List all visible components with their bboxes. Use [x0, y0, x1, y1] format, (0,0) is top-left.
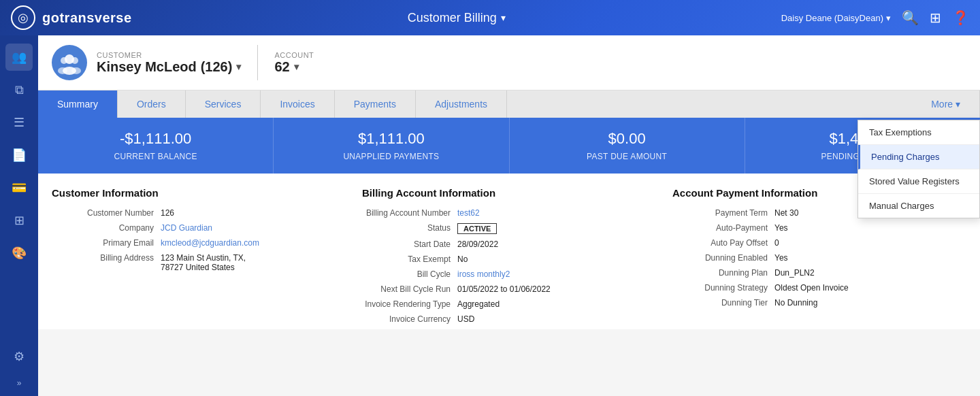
- sidebar-item-gear[interactable]: ⚙: [5, 343, 33, 370]
- info-val-status: ACTIVE: [457, 223, 640, 234]
- logo-icon: ◎: [11, 5, 35, 30]
- dropdown-item-manual-charges[interactable]: Manual Charges: [858, 194, 979, 218]
- sidebar-item-doc[interactable]: 📄: [5, 142, 33, 169]
- info-val-invoice-currency: USD: [457, 314, 640, 324]
- dropdown-item-stored-value-registers[interactable]: Stored Value Registers: [858, 169, 979, 194]
- info-val-bill-cycle[interactable]: iross monthly2: [457, 269, 640, 279]
- dropdown-item-pending-charges[interactable]: Pending Charges: [858, 145, 979, 169]
- tab-more[interactable]: More ▾: [912, 90, 980, 118]
- account-info: ACCOUNT 62 ▾: [274, 51, 314, 75]
- stat-unapplied-payments: $1,111.00 Unapplied Payments: [274, 118, 509, 174]
- tab-payments[interactable]: Payments: [335, 90, 416, 118]
- info-row-tax-exempt: Tax Exempt No: [362, 254, 640, 264]
- grid-icon[interactable]: ⊞: [930, 10, 941, 26]
- tabs-bar: Summary Orders Services Invoices Payment…: [38, 90, 980, 118]
- stat-past-due-label: Past Due Amount: [523, 152, 731, 161]
- status-badge: ACTIVE: [457, 223, 497, 234]
- info-row-auto-payment: Auto-Payment Yes: [672, 223, 950, 233]
- info-row-invoice-rendering: Invoice Rendering Type Aggregated: [362, 299, 640, 309]
- main-layout: 👥 ⧉ ☰ 📄 💳 ⊞ 🎨 ⚙ » CUSTOME: [0, 35, 980, 396]
- tab-invoices[interactable]: Invoices: [261, 90, 334, 118]
- info-val-next-bill-run: 01/05/2022 to 01/06/2022: [457, 284, 640, 294]
- info-val-invoice-rendering: Aggregated: [457, 299, 640, 309]
- account-label: ACCOUNT: [274, 51, 314, 59]
- tab-services[interactable]: Services: [186, 90, 261, 118]
- info-key-start-date: Start Date: [362, 240, 457, 249]
- info-val-dunning-strategy: Oldest Open Invoice: [774, 283, 950, 293]
- nav-left: ◎ gotransverse: [11, 5, 132, 30]
- sidebar-item-copy[interactable]: ⧉: [5, 76, 33, 103]
- info-val-dunning-enabled: Yes: [774, 253, 950, 263]
- info-key-billing-account: Billing Account Number: [362, 208, 457, 218]
- billing-account-section: Billing Account Information Billing Acco…: [346, 187, 656, 329]
- info-key-auto-payment: Auto-Payment: [672, 223, 774, 233]
- info-row-dunning-strategy: Dunning Strategy Oldest Open Invoice: [672, 283, 950, 293]
- info-row-customer-number: Customer Number 126: [52, 208, 329, 218]
- customer-information-section: Customer Information Customer Number 126…: [52, 187, 346, 329]
- info-val-billing-account[interactable]: test62: [457, 208, 640, 218]
- more-dropdown-menu: Tax Exemptions Pending Charges Stored Va…: [858, 120, 980, 218]
- info-row-dunning-plan: Dunning Plan Dun_PLN2: [672, 268, 950, 278]
- info-val-auto-payment: Yes: [774, 223, 950, 233]
- customer-label: CUSTOMER: [97, 51, 241, 59]
- stat-current-balance-value: -$1,111.00: [52, 130, 259, 148]
- account-dropdown-arrow[interactable]: ▾: [294, 61, 299, 72]
- info-key-invoice-rendering: Invoice Rendering Type: [362, 299, 457, 309]
- tab-orders[interactable]: Orders: [118, 90, 186, 118]
- sidebar-item-list[interactable]: ☰: [5, 109, 33, 136]
- info-key-tax-exempt: Tax Exempt: [362, 254, 457, 264]
- dropdown-item-tax-exemptions[interactable]: Tax Exemptions: [858, 120, 979, 145]
- sidebar-item-card[interactable]: 💳: [5, 174, 33, 201]
- info-key-status: Status: [362, 223, 457, 234]
- info-val-auto-pay-offset: 0: [774, 238, 950, 248]
- info-row-invoice-currency: Invoice Currency USD: [362, 314, 640, 324]
- user-menu[interactable]: Daisy Deane (DaisyDean) ▾: [781, 13, 891, 23]
- info-row-dunning-enabled: Dunning Enabled Yes: [672, 253, 950, 263]
- nav-right: Daisy Deane (DaisyDean) ▾ 🔍 ⊞ ❓: [781, 10, 969, 26]
- stat-unapplied-payments-label: Unapplied Payments: [287, 152, 495, 161]
- customer-dropdown-arrow[interactable]: ▾: [236, 61, 241, 72]
- stat-past-due-value: $0.00: [523, 130, 731, 148]
- sidebar-expand-button[interactable]: »: [17, 378, 22, 388]
- info-row-billing-account: Billing Account Number test62: [362, 208, 640, 218]
- tab-summary[interactable]: Summary: [38, 90, 118, 118]
- info-sections: Customer Information Customer Number 126…: [38, 174, 980, 329]
- info-row-company: Company JCD Guardian: [52, 223, 329, 233]
- info-val-tax-exempt: No: [457, 254, 640, 264]
- info-val-customer-number: 126: [161, 208, 329, 218]
- svg-point-2: [71, 57, 78, 64]
- customer-header: CUSTOMER Kinsey McLeod (126) ▾ ACCOUNT 6…: [38, 35, 980, 90]
- top-nav: ◎ gotransverse Customer Billing ▾ Daisy …: [0, 0, 980, 35]
- tab-container: Summary Orders Services Invoices Payment…: [38, 90, 980, 118]
- main-content: CUSTOMER Kinsey McLeod (126) ▾ ACCOUNT 6…: [38, 35, 980, 396]
- info-key-bill-cycle: Bill Cycle: [362, 269, 457, 279]
- info-val-dunning-plan: Dun_PLN2: [774, 268, 950, 278]
- info-key-dunning-plan: Dunning Plan: [672, 268, 774, 278]
- info-val-company[interactable]: JCD Guardian: [161, 223, 329, 233]
- info-val-email[interactable]: kmcleod@jcdguardian.com: [161, 238, 329, 248]
- customer-info-title: Customer Information: [52, 187, 329, 199]
- tab-adjustments[interactable]: Adjustments: [416, 90, 507, 118]
- info-key-auto-pay-offset: Auto Pay Offset: [672, 238, 774, 248]
- search-icon[interactable]: 🔍: [902, 10, 919, 26]
- sidebar-item-people[interactable]: 👥: [5, 44, 33, 71]
- svg-point-4: [58, 67, 67, 74]
- stat-past-due: $0.00 Past Due Amount: [510, 118, 745, 174]
- info-key-payment-term: Payment Term: [672, 208, 774, 218]
- info-key-dunning-tier: Dunning Tier: [672, 298, 774, 308]
- sidebar-item-calc[interactable]: ⊞: [5, 207, 33, 234]
- sidebar-item-palette[interactable]: 🎨: [5, 240, 33, 267]
- stats-bar: -$1,111.00 Current Balance $1,111.00 Una…: [38, 118, 980, 174]
- info-row-status: Status ACTIVE: [362, 223, 640, 234]
- svg-point-1: [61, 57, 67, 64]
- account-number: 62 ▾: [274, 59, 314, 75]
- info-key-dunning-enabled: Dunning Enabled: [672, 253, 774, 263]
- info-key-customer-number: Customer Number: [52, 208, 161, 218]
- help-icon[interactable]: ❓: [952, 10, 969, 26]
- info-row-dunning-tier: Dunning Tier No Dunning: [672, 298, 950, 308]
- info-key-email: Primary Email: [52, 238, 161, 248]
- info-row-email: Primary Email kmcleod@jcdguardian.com: [52, 238, 329, 248]
- billing-info-title: Billing Account Information: [362, 187, 640, 199]
- app-title[interactable]: Customer Billing ▾: [408, 11, 506, 25]
- stat-current-balance-label: Current Balance: [52, 152, 259, 161]
